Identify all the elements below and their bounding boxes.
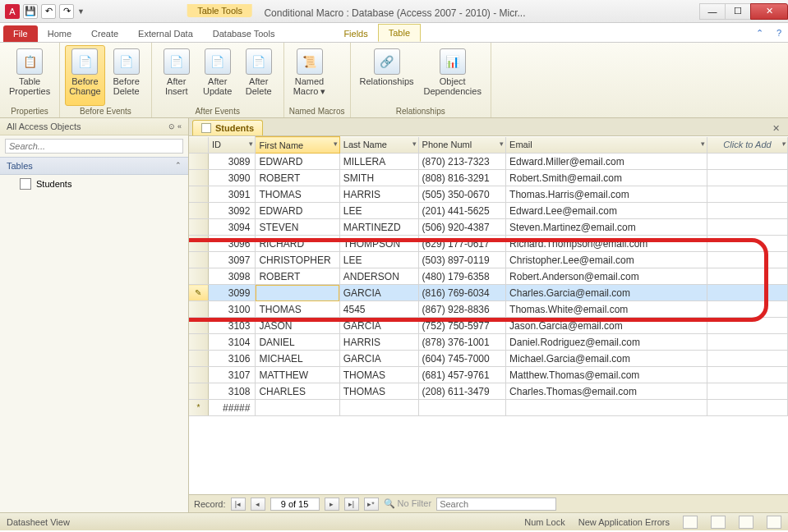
cell-email[interactable]: Robert.Anderson@email.com xyxy=(506,268,707,285)
table-row[interactable]: 3094STEVENMARTINEZD(506) 920-4387Steven.… xyxy=(189,219,788,236)
cell-last-name[interactable]: GARCIA xyxy=(339,318,418,334)
cell-id[interactable]: 3107 xyxy=(208,367,256,383)
cell-last-name[interactable]: MARTINEZD xyxy=(339,219,418,236)
named-macro-button[interactable]: 📜Named Macro ▾ xyxy=(289,45,330,106)
nav-item-students[interactable]: Students xyxy=(0,175,188,193)
cell-last-name[interactable]: SMITH xyxy=(339,170,418,186)
ribbon-minimize-icon[interactable]: ⌃ xyxy=(749,25,770,42)
row-header[interactable] xyxy=(189,383,208,400)
cell-email[interactable]: Edward.Lee@email.com xyxy=(506,203,707,219)
nav-header-title[interactable]: All Access Objects xyxy=(7,122,168,131)
before-change-button[interactable]: 📄Before Change xyxy=(65,45,105,106)
help-icon[interactable]: ? xyxy=(770,25,788,42)
cell-last-name[interactable]: HARRIS xyxy=(339,334,418,351)
table-properties-button[interactable]: 📋Table Properties xyxy=(5,45,54,106)
cell-phone[interactable]: (503) 897-0119 xyxy=(418,252,505,268)
cell-first-name[interactable]: MICHAEL xyxy=(256,351,339,367)
row-header[interactable]: * xyxy=(189,400,208,416)
cell-email[interactable]: Christopher.Lee@email.com xyxy=(506,252,707,268)
cell-id[interactable]: 3090 xyxy=(208,170,256,186)
col-email[interactable]: Email▾ xyxy=(506,137,707,154)
col-click-to-add[interactable]: Click to Add▾ xyxy=(707,137,788,154)
row-header[interactable] xyxy=(189,351,208,367)
tab-home[interactable]: Home xyxy=(38,25,81,42)
object-dependencies-button[interactable]: 📊Object Dependencies xyxy=(420,45,486,106)
cell-add[interactable] xyxy=(707,367,788,383)
cell-phone[interactable]: (752) 750-5977 xyxy=(418,318,505,334)
cell-add[interactable] xyxy=(707,219,788,236)
cell-first-name[interactable]: ROBERT xyxy=(256,268,339,285)
cell-first-name[interactable]: JASON xyxy=(256,318,339,334)
cell-id[interactable]: 3097 xyxy=(208,252,256,268)
cell-add[interactable] xyxy=(707,268,788,285)
cell-id[interactable]: 3096 xyxy=(208,236,256,252)
cell-id[interactable]: 3106 xyxy=(208,351,256,367)
cell-id[interactable]: 3092 xyxy=(208,203,256,219)
cell-phone[interactable]: (681) 457-9761 xyxy=(418,367,505,383)
cell-last-name[interactable]: 4545 xyxy=(339,301,418,318)
cell-email[interactable]: Jason.Garcia@email.com xyxy=(506,318,707,334)
cell-first-name[interactable]: EDWARD xyxy=(256,203,339,219)
record-position-input[interactable] xyxy=(270,498,320,511)
table-row[interactable]: 3107MATTHEWTHOMAS(681) 457-9761Matthew.T… xyxy=(189,367,788,383)
tab-file[interactable]: File xyxy=(3,25,38,42)
col-last-name[interactable]: Last Name▾ xyxy=(339,137,418,154)
table-row[interactable]: 3090ROBERTSMITH(808) 816-3291Robert.Smit… xyxy=(189,170,788,186)
nav-header-dropdown-icon[interactable]: ⊙ « xyxy=(168,122,182,131)
cell-phone[interactable]: (506) 920-4387 xyxy=(418,219,505,236)
cell-phone[interactable]: (629) 177-0617 xyxy=(418,236,505,252)
row-header[interactable] xyxy=(189,367,208,383)
datasheet-grid[interactable]: ID▾ First Name▾ Last Name▾ Phone Numl▾ E… xyxy=(189,136,788,494)
view-sql-button[interactable] xyxy=(739,516,753,529)
col-id[interactable]: ID▾ xyxy=(208,137,256,154)
last-record-button[interactable]: ▸| xyxy=(344,498,359,511)
cell-first-name[interactable]: MATTHEW xyxy=(256,367,339,383)
cell-add[interactable] xyxy=(707,170,788,186)
cell-email[interactable]: Daniel.Rodriguez@email.com xyxy=(506,334,707,351)
cell-email[interactable]: Charles.Garcia@email.com xyxy=(506,285,707,301)
filter-indicator[interactable]: 🔍 No Filter xyxy=(384,498,432,509)
tab-table[interactable]: Table xyxy=(378,24,421,42)
cell-phone[interactable]: (808) 816-3291 xyxy=(418,170,505,186)
cell-email[interactable]: Richard.Thompson@email.com xyxy=(506,236,707,252)
cell-email[interactable]: Michael.Garcia@email.com xyxy=(506,351,707,367)
cell-id[interactable]: 3098 xyxy=(208,268,256,285)
row-header[interactable] xyxy=(189,236,208,252)
cell-last-name[interactable]: LEE xyxy=(339,252,418,268)
prev-record-button[interactable]: ◂ xyxy=(251,498,265,511)
close-tab-button[interactable]: ✕ xyxy=(767,122,785,135)
cell-id[interactable]: 3094 xyxy=(208,219,256,236)
relationships-button[interactable]: 🔗Relationships xyxy=(356,45,418,106)
cell-first-name[interactable]: CHARLES xyxy=(256,383,339,400)
cell-add[interactable] xyxy=(707,383,788,400)
table-row[interactable]: 3104DANIELHARRIS(878) 376-1001Daniel.Rod… xyxy=(189,334,788,351)
cell-email[interactable]: Steven.Martinez@email.com xyxy=(506,219,707,236)
minimize-button[interactable]: — xyxy=(699,3,726,20)
cell-id[interactable]: 3100 xyxy=(208,301,256,318)
new-record-button[interactable]: ▸* xyxy=(364,498,379,511)
cell-first-name[interactable]: THOMAS xyxy=(256,301,339,318)
cell-phone[interactable]: (208) 611-3479 xyxy=(418,383,505,400)
cell-last-name[interactable]: THOMPSON xyxy=(339,236,418,252)
cell-phone[interactable]: (816) 769-6034 xyxy=(418,285,505,301)
cell-phone[interactable]: (870) 213-7323 xyxy=(418,154,505,170)
cell-email[interactable]: Charles.Thomas@email.com xyxy=(506,383,707,400)
status-errors[interactable]: New Application Errors xyxy=(578,517,670,527)
cell-first-name[interactable]: DANIEL xyxy=(256,334,339,351)
cell-phone[interactable]: (867) 928-8836 xyxy=(418,301,505,318)
cell-add[interactable] xyxy=(707,285,788,301)
row-header[interactable] xyxy=(189,334,208,351)
redo-icon[interactable]: ↷ xyxy=(59,4,74,19)
table-row[interactable]: 3103JASONGARCIA(752) 750-5977Jason.Garci… xyxy=(189,318,788,334)
undo-icon[interactable]: ↶ xyxy=(41,4,56,19)
cell-id[interactable]: 3108 xyxy=(208,383,256,400)
cell-email[interactable]: Thomas.White@email.com xyxy=(506,301,707,318)
col-phone[interactable]: Phone Numl▾ xyxy=(418,137,505,154)
cell-add[interactable] xyxy=(707,154,788,170)
row-header[interactable]: ✎ xyxy=(189,285,208,301)
cell-first-name[interactable]: CHRISTOPHER xyxy=(256,252,339,268)
cell-email[interactable]: Robert.Smith@email.com xyxy=(506,170,707,186)
nav-search-input[interactable] xyxy=(5,139,183,154)
before-delete-button[interactable]: 📄Before Delete xyxy=(107,45,146,106)
row-header[interactable] xyxy=(189,170,208,186)
